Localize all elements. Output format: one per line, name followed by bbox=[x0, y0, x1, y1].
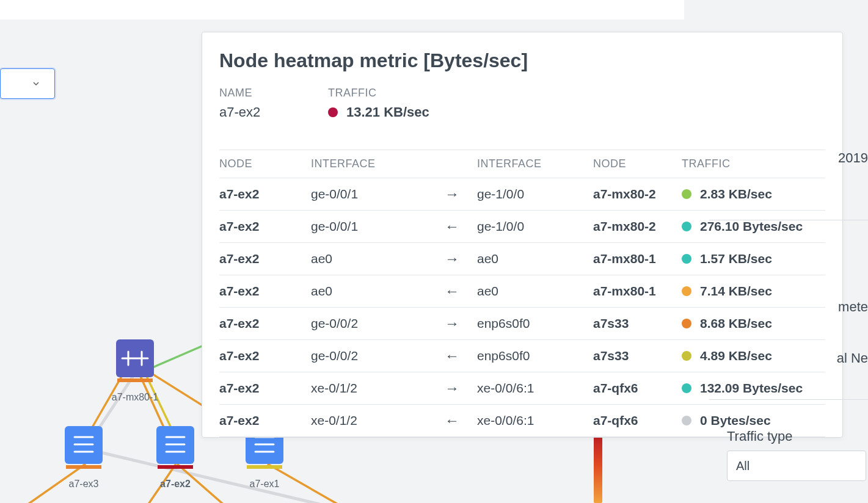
topology-node-ex3[interactable]: a7-ex3 bbox=[65, 426, 103, 489]
cell-interface2: xe-0/0/6:1 bbox=[477, 413, 593, 428]
cell-traffic: 2.83 KB/sec bbox=[700, 187, 772, 201]
cell-node1: a7-ex2 bbox=[219, 349, 311, 363]
cell-traffic: 276.10 Bytes/sec bbox=[700, 219, 803, 234]
col-header-interface2: INTERFACE bbox=[477, 157, 593, 170]
traffic-type-select[interactable]: All bbox=[727, 451, 866, 481]
tooltip-title: Node heatmap metric [Bytes/sec] bbox=[219, 49, 825, 72]
cell-node1: a7-ex2 bbox=[219, 284, 311, 299]
arrow-icon: ← bbox=[445, 347, 459, 364]
chevron-down-icon bbox=[31, 79, 41, 89]
node-label: a7-ex2 bbox=[160, 479, 191, 489]
table-row: a7-ex2ge-0/0/2←enp6s0f0a7s334.89 KB/sec bbox=[219, 340, 825, 372]
traffic-type-label: Traffic type bbox=[727, 429, 866, 444]
arrow-icon: → bbox=[445, 315, 459, 332]
interface-traffic-table: NODE INTERFACE INTERFACE NODE TRAFFIC a7… bbox=[219, 150, 825, 437]
cell-interface1: xe-0/1/2 bbox=[311, 413, 427, 428]
cell-traffic: 1.57 KB/sec bbox=[700, 252, 772, 266]
divider bbox=[709, 220, 868, 220]
traffic-dot-icon bbox=[682, 254, 691, 264]
cell-interface1: xe-0/1/2 bbox=[311, 381, 427, 396]
divider bbox=[709, 399, 868, 400]
col-header-node2: NODE bbox=[593, 157, 682, 170]
cell-node2: a7s33 bbox=[593, 349, 682, 363]
arrow-icon: → bbox=[445, 186, 459, 203]
right-text-frag1: mete bbox=[838, 299, 868, 315]
table-row: a7-ex2ge-0/0/1→ge-1/0/0a7-mx80-22.83 KB/… bbox=[219, 178, 825, 211]
node-label: a7-mx80-1 bbox=[112, 392, 159, 402]
traffic-dot-icon bbox=[682, 319, 691, 328]
cell-node1: a7-ex2 bbox=[219, 381, 311, 396]
cell-interface1: ge-0/0/2 bbox=[311, 316, 427, 331]
value-node-name: a7-ex2 bbox=[219, 104, 328, 120]
cell-node2: a7-mx80-2 bbox=[593, 187, 682, 201]
cell-node2: a7-mx80-1 bbox=[593, 284, 682, 299]
traffic-dot-icon bbox=[682, 351, 691, 361]
cell-traffic: 132.09 Bytes/sec bbox=[700, 381, 803, 396]
top-white-bar bbox=[0, 0, 684, 20]
traffic-dot-icon bbox=[328, 107, 338, 117]
arrow-icon: ← bbox=[445, 218, 459, 235]
table-row: a7-ex2ge-0/0/2→enp6s0f0a7s338.68 KB/sec bbox=[219, 308, 825, 340]
traffic-type-value: All bbox=[736, 459, 749, 473]
arrow-icon: ← bbox=[445, 283, 459, 300]
cell-interface2: enp6s0f0 bbox=[477, 349, 593, 363]
svg-rect-12 bbox=[117, 378, 153, 382]
table-row: a7-ex2ae0→ae0a7-mx80-11.57 KB/sec bbox=[219, 243, 825, 275]
svg-rect-27 bbox=[247, 465, 282, 469]
left-dropdown[interactable] bbox=[0, 68, 55, 99]
cell-interface1: ae0 bbox=[311, 284, 427, 299]
cell-interface2: ge-1/0/0 bbox=[477, 219, 593, 234]
table-row: a7-ex2ge-0/0/1←ge-1/0/0a7-mx80-2276.10 B… bbox=[219, 211, 825, 243]
cell-node2: a7-qfx6 bbox=[593, 413, 682, 428]
cell-traffic: 4.89 KB/sec bbox=[700, 349, 772, 363]
right-text-frag2: al Ne bbox=[837, 350, 868, 366]
table-row: a7-ex2xe-0/1/2→xe-0/0/6:1a7-qfx6132.09 B… bbox=[219, 372, 825, 405]
traffic-dot-icon bbox=[682, 222, 691, 231]
arrow-icon: → bbox=[445, 250, 459, 267]
cell-traffic: 8.68 KB/sec bbox=[700, 316, 772, 331]
node-heatmap-tooltip: Node heatmap metric [Bytes/sec] NAME a7-… bbox=[202, 32, 843, 438]
traffic-dot-icon bbox=[682, 416, 691, 425]
cell-traffic: 0 Bytes/sec bbox=[700, 413, 771, 428]
cell-node2: a7-mx80-1 bbox=[593, 252, 682, 266]
cell-interface1: ge-0/0/2 bbox=[311, 349, 427, 363]
label-name: NAME bbox=[219, 87, 328, 100]
right-text-year: 2019 bbox=[838, 150, 868, 166]
topology-node-mx80-1[interactable]: a7-mx80-1 bbox=[112, 339, 159, 402]
svg-rect-22 bbox=[158, 465, 193, 469]
topology-node-ex2[interactable]: a7-ex2 bbox=[156, 426, 194, 489]
cell-interface1: ge-0/0/1 bbox=[311, 187, 427, 201]
cell-node2: a7s33 bbox=[593, 316, 682, 331]
col-header-traffic: TRAFFIC bbox=[682, 157, 825, 170]
cell-interface2: xe-0/0/6:1 bbox=[477, 381, 593, 396]
cell-node1: a7-ex2 bbox=[219, 252, 311, 266]
cell-interface1: ge-0/0/1 bbox=[311, 219, 427, 234]
value-node-traffic: 13.21 KB/sec bbox=[346, 104, 429, 120]
table-header: NODE INTERFACE INTERFACE NODE TRAFFIC bbox=[219, 150, 825, 178]
svg-rect-17 bbox=[66, 465, 101, 469]
cell-node2: a7-mx80-2 bbox=[593, 219, 682, 234]
col-header-node: NODE bbox=[219, 157, 311, 170]
traffic-dot-icon bbox=[682, 189, 691, 199]
cell-interface2: ae0 bbox=[477, 252, 593, 266]
arrow-icon: ← bbox=[445, 412, 459, 429]
col-header-interface: INTERFACE bbox=[311, 157, 427, 170]
traffic-dot-icon bbox=[682, 383, 691, 393]
node-label: a7-ex3 bbox=[69, 479, 99, 489]
arrow-icon: → bbox=[445, 380, 459, 397]
cell-interface2: enp6s0f0 bbox=[477, 316, 593, 331]
heatmap-gradient-scale bbox=[594, 427, 602, 503]
traffic-dot-icon bbox=[682, 286, 691, 296]
table-row: a7-ex2ae0←ae0a7-mx80-17.14 KB/sec bbox=[219, 275, 825, 308]
cell-traffic: 7.14 KB/sec bbox=[700, 284, 772, 299]
cell-interface2: ae0 bbox=[477, 284, 593, 299]
cell-interface2: ge-1/0/0 bbox=[477, 187, 593, 201]
cell-interface1: ae0 bbox=[311, 252, 427, 266]
cell-node1: a7-ex2 bbox=[219, 219, 311, 234]
label-traffic: TRAFFIC bbox=[328, 87, 429, 100]
node-label: a7-ex1 bbox=[250, 479, 280, 489]
cell-node1: a7-ex2 bbox=[219, 187, 311, 201]
cell-node2: a7-qfx6 bbox=[593, 381, 682, 396]
cell-node1: a7-ex2 bbox=[219, 316, 311, 331]
cell-node1: a7-ex2 bbox=[219, 413, 311, 428]
